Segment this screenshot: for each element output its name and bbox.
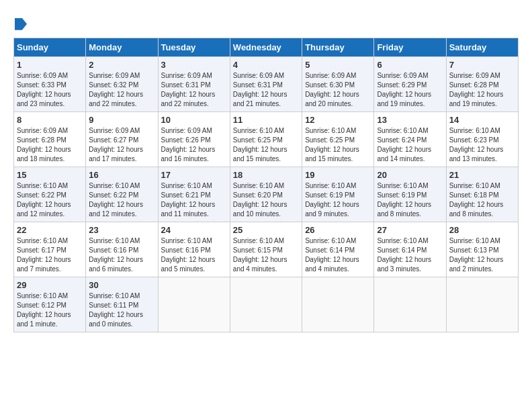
daylight-label: Daylight: 12 hours and 10 minutes. (233, 201, 287, 218)
day-info: Sunrise: 6:09 AM Sunset: 6:29 PM Dayligh… (377, 71, 443, 109)
sunrise-label: Sunrise: 6:10 AM (233, 237, 284, 244)
col-tuesday: Tuesday (158, 38, 230, 57)
calendar-day-cell: 21 Sunrise: 6:10 AM Sunset: 6:18 PM Dayl… (446, 167, 518, 222)
calendar-day-cell (374, 277, 446, 332)
calendar-day-cell: 6 Sunrise: 6:09 AM Sunset: 6:29 PM Dayli… (374, 57, 446, 112)
sunrise-label: Sunrise: 6:09 AM (161, 127, 212, 134)
day-number: 18 (233, 170, 299, 180)
sunset-label: Sunset: 6:33 PM (17, 81, 66, 89)
sunrise-label: Sunrise: 6:09 AM (233, 72, 284, 79)
daylight-label: Daylight: 12 hours and 9 minutes. (305, 201, 359, 218)
sunrise-label: Sunrise: 6:10 AM (17, 182, 68, 189)
daylight-label: Daylight: 12 hours and 1 minute. (17, 311, 71, 328)
day-info: Sunrise: 6:10 AM Sunset: 6:14 PM Dayligh… (305, 236, 371, 274)
calendar-day-cell: 7 Sunrise: 6:09 AM Sunset: 6:28 PM Dayli… (446, 57, 518, 112)
day-number: 28 (449, 225, 515, 235)
col-wednesday: Wednesday (230, 38, 302, 57)
sunrise-label: Sunrise: 6:09 AM (377, 72, 428, 79)
day-info: Sunrise: 6:09 AM Sunset: 6:28 PM Dayligh… (17, 126, 83, 164)
daylight-label: Daylight: 12 hours and 12 minutes. (89, 201, 143, 218)
calendar-week-row: 29 Sunrise: 6:10 AM Sunset: 6:12 PM Dayl… (14, 277, 519, 332)
col-friday: Friday (374, 38, 446, 57)
sunrise-label: Sunrise: 6:09 AM (305, 72, 356, 79)
sunset-label: Sunset: 6:19 PM (377, 191, 427, 199)
day-info: Sunrise: 6:09 AM Sunset: 6:26 PM Dayligh… (161, 126, 227, 164)
sunrise-label: Sunrise: 6:10 AM (233, 127, 284, 134)
daylight-label: Daylight: 12 hours and 23 minutes. (17, 91, 71, 107)
sunset-label: Sunset: 6:18 PM (449, 191, 499, 199)
day-number: 12 (305, 115, 371, 125)
daylight-label: Daylight: 12 hours and 12 minutes. (17, 201, 71, 218)
col-saturday: Saturday (446, 38, 518, 57)
sunrise-label: Sunrise: 6:10 AM (233, 182, 284, 189)
day-number: 6 (377, 60, 443, 70)
day-number: 3 (161, 60, 227, 70)
calendar-day-cell: 20 Sunrise: 6:10 AM Sunset: 6:19 PM Dayl… (374, 167, 446, 222)
day-number: 19 (305, 170, 371, 180)
day-info: Sunrise: 6:10 AM Sunset: 6:14 PM Dayligh… (377, 236, 443, 274)
calendar-day-cell: 26 Sunrise: 6:10 AM Sunset: 6:14 PM Dayl… (302, 222, 374, 277)
calendar-day-cell: 16 Sunrise: 6:10 AM Sunset: 6:22 PM Dayl… (86, 167, 158, 222)
day-info: Sunrise: 6:10 AM Sunset: 6:21 PM Dayligh… (161, 181, 227, 219)
day-number: 5 (305, 60, 371, 70)
logo-line1 (13, 13, 27, 31)
day-info: Sunrise: 6:09 AM Sunset: 6:28 PM Dayligh… (449, 71, 515, 109)
day-info: Sunrise: 6:10 AM Sunset: 6:19 PM Dayligh… (377, 181, 443, 219)
sunset-label: Sunset: 6:17 PM (17, 246, 66, 254)
daylight-label: Daylight: 12 hours and 17 minutes. (89, 146, 143, 163)
calendar-day-cell: 22 Sunrise: 6:10 AM Sunset: 6:17 PM Dayl… (14, 222, 86, 277)
day-info: Sunrise: 6:10 AM Sunset: 6:17 PM Dayligh… (17, 236, 83, 274)
day-number: 30 (89, 280, 154, 290)
calendar-week-row: 8 Sunrise: 6:09 AM Sunset: 6:28 PM Dayli… (14, 112, 519, 167)
sunrise-label: Sunrise: 6:10 AM (377, 182, 428, 189)
sunset-label: Sunset: 6:22 PM (17, 191, 66, 199)
calendar-day-cell: 5 Sunrise: 6:09 AM Sunset: 6:30 PM Dayli… (302, 57, 374, 112)
daylight-label: Daylight: 12 hours and 8 minutes. (449, 201, 504, 218)
daylight-label: Daylight: 12 hours and 20 minutes. (305, 91, 359, 107)
sunrise-label: Sunrise: 6:10 AM (89, 182, 140, 189)
daylight-label: Daylight: 12 hours and 0 minutes. (89, 311, 143, 328)
calendar-day-cell: 15 Sunrise: 6:10 AM Sunset: 6:22 PM Dayl… (14, 167, 86, 222)
day-info: Sunrise: 6:10 AM Sunset: 6:16 PM Dayligh… (161, 236, 227, 274)
day-number: 20 (377, 170, 443, 180)
day-info: Sunrise: 6:09 AM Sunset: 6:31 PM Dayligh… (233, 71, 299, 109)
daylight-label: Daylight: 12 hours and 6 minutes. (89, 256, 143, 273)
daylight-label: Daylight: 12 hours and 16 minutes. (161, 146, 216, 163)
sunset-label: Sunset: 6:25 PM (233, 136, 283, 144)
day-info: Sunrise: 6:09 AM Sunset: 6:32 PM Dayligh… (89, 71, 154, 109)
calendar-day-cell: 25 Sunrise: 6:10 AM Sunset: 6:15 PM Dayl… (230, 222, 302, 277)
day-info: Sunrise: 6:10 AM Sunset: 6:16 PM Dayligh… (89, 236, 154, 274)
day-number: 16 (89, 170, 154, 180)
sunset-label: Sunset: 6:29 PM (377, 81, 427, 89)
sunset-label: Sunset: 6:12 PM (17, 302, 66, 309)
day-number: 4 (233, 60, 299, 70)
col-sunday: Sunday (14, 38, 86, 57)
sunrise-label: Sunrise: 6:10 AM (17, 292, 68, 300)
calendar-day-cell: 12 Sunrise: 6:10 AM Sunset: 6:25 PM Dayl… (302, 112, 374, 167)
col-monday: Monday (86, 38, 158, 57)
day-number: 15 (17, 170, 83, 180)
sunset-label: Sunset: 6:31 PM (161, 81, 211, 89)
calendar-day-cell: 29 Sunrise: 6:10 AM Sunset: 6:12 PM Dayl… (14, 277, 86, 332)
calendar-day-cell: 3 Sunrise: 6:09 AM Sunset: 6:31 PM Dayli… (158, 57, 230, 112)
sunrise-label: Sunrise: 6:10 AM (449, 127, 500, 134)
daylight-label: Daylight: 12 hours and 7 minutes. (17, 256, 71, 273)
sunrise-label: Sunrise: 6:10 AM (161, 237, 212, 244)
sunset-label: Sunset: 6:28 PM (449, 81, 499, 89)
sunset-label: Sunset: 6:32 PM (89, 81, 138, 89)
day-info: Sunrise: 6:10 AM Sunset: 6:12 PM Dayligh… (17, 291, 83, 329)
day-number: 9 (89, 115, 154, 125)
calendar-day-cell: 1 Sunrise: 6:09 AM Sunset: 6:33 PM Dayli… (14, 57, 86, 112)
daylight-label: Daylight: 12 hours and 15 minutes. (233, 146, 287, 163)
sunset-label: Sunset: 6:14 PM (305, 246, 355, 254)
sunset-label: Sunset: 6:27 PM (89, 136, 138, 144)
sunrise-label: Sunrise: 6:09 AM (89, 127, 140, 134)
day-number: 17 (161, 170, 227, 180)
daylight-label: Daylight: 12 hours and 22 minutes. (89, 91, 143, 107)
daylight-label: Daylight: 12 hours and 19 minutes. (449, 91, 504, 107)
sunset-label: Sunset: 6:26 PM (161, 136, 211, 144)
logo-arrow-icon (15, 18, 27, 30)
day-number: 25 (233, 225, 299, 235)
sunrise-label: Sunrise: 6:09 AM (17, 127, 68, 134)
calendar-day-cell: 30 Sunrise: 6:10 AM Sunset: 6:11 PM Dayl… (86, 277, 158, 332)
